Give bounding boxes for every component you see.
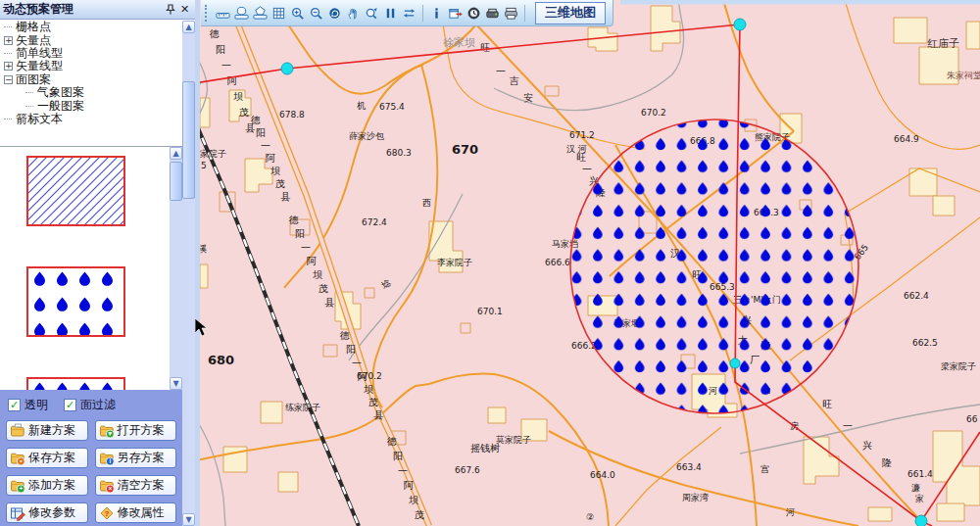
map-label: 红庙子 [927, 37, 959, 50]
map-label: 680.3 [386, 148, 412, 158]
map-label: 阿 [266, 153, 275, 164]
svg-text:▼: ▼ [107, 430, 113, 437]
map-label: 66 [966, 414, 978, 424]
checkbox-label: 透明 [24, 397, 48, 413]
map-label: 家 [915, 494, 924, 503]
map-top-strip [620, 0, 980, 5]
checkbox-icon[interactable]: ✓ [8, 399, 21, 411]
history-icon[interactable] [465, 2, 483, 24]
map-label: 李家院子 [437, 258, 472, 267]
action-button-另存方案[interactable]: i另存方案 [95, 448, 177, 468]
map-label: 徐家坝 [443, 36, 475, 49]
expand-plus-icon[interactable]: + [4, 36, 13, 45]
plan-droplet-zone[interactable] [570, 120, 858, 413]
measure-polygon-icon[interactable] [251, 2, 270, 24]
export-icon[interactable] [446, 2, 465, 24]
checkbox-面过滤[interactable]: ✓面过滤 [64, 397, 116, 413]
map-viewport[interactable]: 徐家坝红庙子朱家祠堂678.8机675.4薛家沙包680.3670671.2汉 … [195, 0, 980, 526]
checkbox-icon[interactable]: ✓ [64, 399, 76, 411]
expand-plus-icon[interactable]: + [4, 62, 13, 71]
map-label: 茂 [239, 107, 249, 118]
map-label: 670 [452, 142, 478, 157]
control-handle[interactable] [281, 63, 293, 74]
measure-distance-icon[interactable] [214, 2, 232, 24]
zoom-previous-icon[interactable] [363, 2, 381, 24]
action-button-label: 打开方案 [118, 422, 165, 439]
drop-pattern-swatch[interactable] [26, 266, 125, 337]
undo-view-icon[interactable] [325, 2, 344, 24]
close-icon[interactable]: ✕ [177, 2, 192, 17]
map-label: 664.9 [894, 134, 919, 144]
map-label: 一 [398, 465, 408, 476]
pause-icon[interactable] [381, 2, 400, 24]
splitter[interactable] [195, 0, 200, 526]
scroll-down-icon[interactable]: ▼ [170, 377, 182, 390]
map-label: 周家湾 [682, 493, 709, 502]
map-label: 664.0 [590, 470, 615, 480]
map-label: 663.4 [676, 462, 702, 472]
map-label: 阿 [404, 480, 414, 491]
action-button-label: 新建方案 [28, 422, 75, 439]
map-label: 河 [786, 507, 795, 517]
zoom-in-icon[interactable] [288, 2, 307, 24]
toolbar-grip[interactable] [205, 5, 209, 22]
tree-item[interactable]: −面图案 [0, 73, 182, 86]
folder-new-icon [10, 423, 25, 439]
checkbox-透明[interactable]: ✓透明 [8, 397, 48, 413]
action-button-label: 修改参数 [28, 504, 75, 521]
swap-layers-icon[interactable] [400, 2, 418, 24]
zoom-out-icon[interactable] [307, 2, 325, 24]
tree-connector [25, 106, 33, 107]
control-handle[interactable] [730, 359, 740, 368]
action-button-打开方案[interactable]: ▼打开方案 [95, 420, 177, 441]
map-label: 德 [209, 28, 220, 39]
folder-save-icon: ▪ [10, 451, 25, 466]
map-label: 一 [496, 66, 506, 76]
scrollbar-thumb[interactable] [182, 81, 195, 199]
map-label: 678.8 [279, 110, 305, 120]
plan-tree: 栅格点+矢量点简单线型+矢量线型−面图案气象图案一般图案箭标文本 [0, 21, 182, 146]
hatch-pattern-swatch[interactable] [26, 156, 125, 226]
collapse-minus-icon[interactable]: − [4, 75, 13, 84]
action-button-清空方案[interactable]: ×清空方案 [95, 475, 177, 496]
tree-item[interactable]: 气象图案 [0, 86, 182, 99]
action-button-修改属性[interactable]: ?修改属性 [95, 502, 177, 523]
toolbar-separator [422, 5, 423, 22]
action-button-新建方案[interactable]: 新建方案 [6, 420, 88, 441]
drop-pattern-swatch-partial[interactable] [26, 377, 125, 390]
scroll-down-icon[interactable]: ▼ [182, 513, 195, 526]
action-button-保存方案[interactable]: ▪保存方案 [6, 448, 88, 468]
grid-icon[interactable] [270, 2, 288, 24]
plan-control-panel: ✓透明✓面过滤 新建方案▼打开方案▪保存方案i另存方案+添加方案×清空方案修改参… [0, 390, 182, 526]
map-label: 661.4 [907, 469, 933, 479]
pattern-scrollbar[interactable]: ▲ ▼ [170, 147, 182, 390]
map-label: 680 [208, 353, 234, 367]
info-icon[interactable] [427, 2, 446, 24]
action-button-label: 添加方案 [28, 477, 75, 494]
svg-text:+: + [19, 485, 23, 492]
pin-icon[interactable] [163, 2, 177, 17]
print-icon[interactable] [502, 2, 520, 24]
sidebar-scrollbar[interactable]: ▲ ▼ [182, 21, 195, 526]
map-3d-button[interactable]: 三维地图 [535, 2, 606, 24]
map-label: 671.2 [569, 130, 595, 140]
plan-manager-panel: 动态预案管理 ✕ 栅格点+矢量点简单线型+矢量线型−面图案气象图案一般图案箭标文… [0, 0, 195, 526]
scroll-up-icon[interactable]: ▲ [182, 21, 195, 33]
map-label: 朱家祠堂 [947, 71, 980, 80]
measure-circle-icon[interactable] [232, 2, 251, 24]
map-label: 坝 [270, 166, 280, 176]
control-handle[interactable] [734, 19, 746, 30]
edit-props-icon: ? [99, 505, 115, 521]
pan-hand-icon[interactable] [344, 2, 363, 24]
control-handle[interactable] [915, 515, 927, 526]
scrollbar-thumb[interactable] [170, 162, 182, 201]
plot-icon[interactable] [483, 2, 502, 24]
map-label: 县 [280, 191, 291, 202]
action-button-修改参数[interactable]: 修改参数 [6, 502, 88, 523]
pattern-preview-panel: ▲ ▼ [0, 146, 182, 390]
map-canvas[interactable]: 徐家坝红庙子朱家祠堂678.8机675.4薛家沙包680.3670671.2汉 … [195, 0, 980, 526]
scroll-up-icon[interactable]: ▲ [170, 147, 182, 160]
tree-connector [25, 92, 33, 93]
tree-item[interactable]: 箭标文本 [0, 113, 182, 125]
action-button-添加方案[interactable]: +添加方案 [6, 475, 88, 496]
